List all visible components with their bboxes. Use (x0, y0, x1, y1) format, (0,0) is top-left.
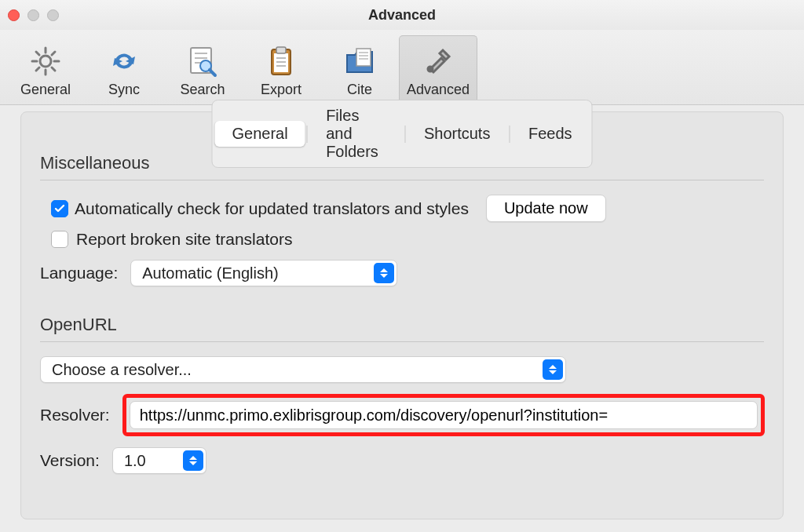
version-select[interactable]: 1.0 (112, 447, 206, 474)
tools-icon (400, 41, 477, 82)
svg-rect-9 (276, 47, 286, 53)
resolver-picker-value: Choose a resolver... (41, 361, 221, 379)
titlebar: Advanced (0, 0, 804, 30)
svg-rect-13 (356, 49, 371, 66)
toolbar-item-export[interactable]: Export (242, 36, 320, 104)
update-now-button[interactable]: Update now (486, 195, 606, 222)
subtab-files-folders[interactable]: Files and Folders (309, 103, 403, 165)
toolbar-item-label: Cite (320, 82, 399, 98)
toolbar-item-search[interactable]: Search (163, 36, 242, 104)
version-select-value: 1.0 (113, 452, 176, 470)
subtab-general[interactable]: General (215, 121, 305, 147)
toolbar-item-label: Search (163, 82, 242, 98)
clipboard-icon (242, 41, 320, 82)
checkbox-report-broken-label: Report broken site translators (76, 230, 292, 249)
toolbar-item-label: Sync (85, 82, 163, 98)
resolver-label: Resolver: (40, 406, 110, 425)
search-icon (163, 41, 242, 82)
subtab-feeds[interactable]: Feeds (511, 121, 590, 147)
checkbox-auto-update[interactable] (51, 200, 68, 217)
checkbox-auto-update-label: Automatically check for updated translat… (75, 199, 469, 218)
subtab-shortcuts[interactable]: Shortcuts (407, 121, 507, 147)
language-label: Language: (40, 264, 118, 282)
checkbox-report-broken[interactable] (51, 231, 68, 248)
folder-document-icon (320, 41, 399, 82)
svg-point-0 (40, 56, 51, 67)
language-select-value: Automatic (English) (131, 264, 308, 282)
toolbar-item-cite[interactable]: Cite (320, 36, 399, 104)
section-header-openurl: OpenURL (40, 315, 764, 335)
subtab-separator (509, 126, 510, 143)
svg-line-6 (210, 70, 215, 75)
version-label: Version: (40, 451, 100, 470)
window-title: Advanced (0, 7, 804, 24)
toolbar-item-label: General (6, 82, 85, 98)
stepper-icon (183, 450, 203, 471)
resolver-highlight (122, 394, 765, 436)
gear-icon (6, 41, 85, 82)
subtab-separator (307, 126, 308, 143)
subtabs: General Files and Folders Shortcuts Feed… (212, 100, 593, 168)
subtab-separator (404, 126, 405, 143)
toolbar-item-advanced[interactable]: Advanced (399, 35, 477, 104)
stepper-icon (543, 359, 563, 380)
resolver-input[interactable] (130, 401, 758, 429)
divider (40, 341, 764, 342)
stepper-icon (374, 263, 394, 283)
toolbar-item-label: Export (242, 82, 320, 98)
divider (40, 180, 764, 180)
advanced-panel: General Files and Folders Shortcuts Feed… (20, 111, 784, 519)
svg-point-17 (428, 67, 433, 71)
toolbar-item-general[interactable]: General (6, 36, 85, 104)
toolbar-item-sync[interactable]: Sync (85, 36, 163, 104)
toolbar-item-label: Advanced (400, 82, 477, 98)
resolver-picker-select[interactable]: Choose a resolver... (40, 356, 566, 383)
prefs-toolbar: General Sync Search (0, 30, 804, 105)
sync-icon (85, 41, 163, 82)
language-select[interactable]: Automatic (English) (130, 260, 397, 286)
